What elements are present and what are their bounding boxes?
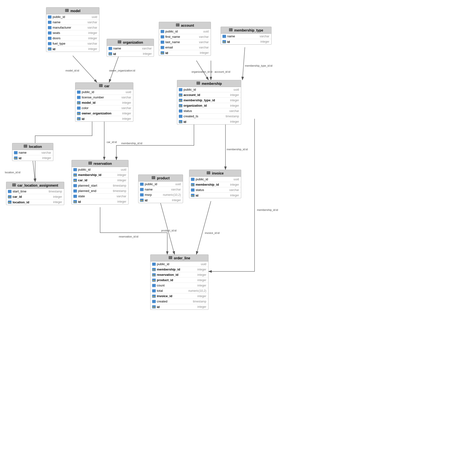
svg-rect-95 [78, 114, 80, 114]
field-left-id: id [191, 194, 199, 197]
svg-rect-223 [191, 178, 194, 181]
field-type-membership_id: integer [197, 268, 206, 271]
svg-point-112 [179, 95, 180, 96]
field-icon-fk [152, 295, 156, 298]
label-location-cla: location_id:id [5, 171, 20, 174]
field-row-invoice-id: idinteger [189, 193, 241, 198]
svg-point-262 [153, 280, 154, 281]
svg-rect-40 [176, 24, 179, 26]
field-row-car-model_id: model_idinteger [75, 100, 133, 105]
svg-rect-235 [191, 194, 194, 197]
field-icon-fk [77, 101, 81, 105]
field-type-status: varchar [229, 109, 239, 113]
field-left-public_id: public_id [48, 15, 65, 19]
svg-rect-86 [78, 103, 80, 104]
field-left-id: id [140, 199, 148, 202]
field-type-id: integer [88, 47, 97, 51]
field-left-account_id: account_id [179, 93, 200, 97]
field-icon-pk [191, 194, 195, 197]
table-header-membership: membership [177, 80, 241, 87]
field-icon-fk [152, 268, 156, 271]
field-row-car_location_assignment-car_id: car_idinteger [6, 194, 64, 200]
svg-rect-259 [152, 279, 156, 282]
field-name-name: name [227, 34, 235, 38]
table-invoice: invoice public_iduuid membership_idinteg… [189, 170, 241, 198]
field-name-public_id: public_id [53, 15, 65, 19]
field-icon-fk [8, 195, 12, 199]
table-grid-icon-account [176, 23, 180, 27]
svg-rect-46 [161, 35, 164, 38]
svg-rect-109 [179, 94, 182, 96]
svg-rect-208 [140, 188, 144, 191]
field-type-public_id: uuid [121, 168, 126, 171]
field-icon-col [108, 47, 112, 50]
field-left-membership_id: membership_id [73, 173, 101, 177]
field-icon-col [8, 190, 12, 193]
svg-rect-43 [161, 30, 164, 33]
field-type-last_name: varchar [199, 40, 209, 44]
table-title-reservation: reservation [94, 162, 112, 166]
field-icon-col [48, 42, 52, 45]
field-name-name: name [19, 151, 27, 154]
table-car: car public_iduuid license_numbervarchar … [75, 82, 133, 122]
table-grid-icon-order_line [168, 256, 172, 260]
svg-rect-271 [152, 295, 156, 298]
field-left-name: name [222, 34, 235, 38]
field-left-id: id [108, 52, 116, 56]
svg-rect-239 [193, 196, 194, 196]
svg-rect-133 [179, 120, 182, 123]
field-row-model-public_id: public_iduuid [46, 14, 99, 20]
field-left-membership_id: membership_id [191, 183, 219, 186]
table-header-reservation: reservation [72, 160, 128, 167]
field-icon-col [48, 15, 52, 19]
svg-rect-19 [48, 42, 51, 45]
field-row-car_location_assignment-start_time: start_timetimestamp [6, 189, 64, 194]
svg-point-250 [153, 269, 154, 270]
field-name-id: id [53, 47, 56, 51]
field-left-public_id: public_id [77, 90, 94, 94]
field-icon-pk [222, 40, 226, 43]
field-icon-pk [161, 51, 164, 55]
field-left-last_name: last_name [161, 40, 180, 44]
field-icon-col [222, 35, 226, 38]
field-row-organization-id: idinteger [107, 51, 154, 57]
svg-point-238 [192, 195, 193, 196]
field-type-car_id: integer [53, 195, 62, 199]
field-name-id: id [157, 305, 160, 309]
table-grid-icon-product [152, 176, 155, 180]
connector-location-cla [33, 160, 35, 182]
field-icon-fk [77, 112, 81, 115]
field-name-location_id: location_id [13, 200, 29, 204]
label-product-orderline: product_id:id [161, 229, 176, 232]
svg-point-148 [15, 158, 16, 159]
table-grid-icon-reservation [88, 162, 92, 166]
field-name-membership_id: membership_id [157, 267, 180, 271]
svg-rect-149 [16, 158, 17, 159]
svg-point-181 [74, 202, 75, 203]
field-row-account-public_id: public_iduuid [159, 29, 211, 34]
field-type-membership_id: integer [230, 183, 239, 186]
field-left-name: name [48, 20, 61, 24]
field-name-fuel_type: fuel_type [53, 42, 66, 45]
field-row-account-email: emailvarchar [159, 45, 211, 50]
field-left-membership_type_id: membership_type_id [179, 98, 215, 102]
field-row-reservation-state: statevarchar [72, 194, 128, 199]
svg-rect-172 [73, 190, 77, 192]
diagram-container: model_id:id owner_organization:id organi… [0, 0, 464, 476]
field-name-planned_start: planned_start [78, 184, 97, 187]
field-left-id: id [73, 200, 81, 204]
field-icon-fk [8, 200, 12, 204]
label-mtype-membership: membership_type_id:id [245, 64, 272, 67]
field-row-invoice-membership_id: membership_idinteger [189, 182, 241, 187]
field-name-id: id [145, 199, 148, 202]
field-left-color: color [77, 106, 88, 110]
field-left-status: status [179, 109, 192, 113]
field-type-membership_id: integer [117, 173, 126, 177]
field-icon-col [179, 109, 183, 113]
table-account: account public_iduuid first_namevarchar … [159, 22, 211, 56]
field-icon-col [191, 188, 195, 192]
svg-rect-88 [77, 107, 80, 110]
field-row-order_line-public_id: public_iduuid [151, 262, 208, 267]
field-icon-pk [48, 47, 52, 51]
field-left-license_number: license_number [77, 95, 104, 99]
